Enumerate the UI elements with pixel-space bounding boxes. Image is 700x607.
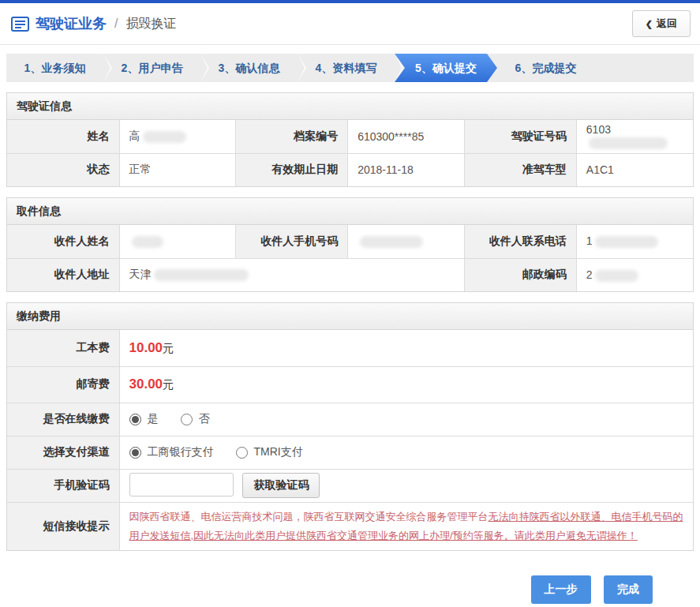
step-4-fill-material[interactable]: 4、资料填写 xyxy=(298,54,395,82)
get-sms-code-button[interactable]: 获取验证码 xyxy=(242,473,320,498)
name-value: 高 xyxy=(119,120,236,153)
fees-title: 缴纳费用 xyxy=(7,303,693,330)
step-3-confirm-info[interactable]: 3、确认信息 xyxy=(200,54,298,82)
breadcrumb-current: 损毁换证 xyxy=(125,16,176,32)
table-row: 选择支付渠道 工商银行支付 TMRI支付 xyxy=(7,436,693,469)
license-business-icon xyxy=(11,17,29,32)
recipient-name-value xyxy=(119,225,236,258)
back-button-label: 返回 xyxy=(657,17,677,31)
table-row: 短信接收提示 因陕西省联通、电信运营商技术问题，陕西省互联网交通安全综合服务管理… xyxy=(7,502,693,550)
online-yes-radio[interactable] xyxy=(129,414,141,425)
channel-icbc-label[interactable]: 工商银行支付 xyxy=(148,445,214,459)
table-row: 收件人姓名 收件人手机号码 收件人联系电话 1 xyxy=(7,225,693,258)
table-row: 工本费 10.00元 xyxy=(7,330,693,366)
recipient-phone-label: 收件人联系电话 xyxy=(464,225,576,258)
footer-actions: 上一步 完成 xyxy=(0,561,700,607)
table-row: 姓名 高 档案编号 610300****85 驾驶证号码 6103 xyxy=(7,120,693,153)
status-value: 正常 xyxy=(119,153,236,186)
page-title: 驾驶证业务 xyxy=(36,14,107,33)
pickup-info-title: 取件信息 xyxy=(7,198,693,225)
vehicle-class-value: A1C1 xyxy=(576,153,693,186)
step-2-user-declaration[interactable]: 2、用户申告 xyxy=(103,54,200,82)
redacted-value xyxy=(589,137,668,149)
finish-button[interactable]: 完成 xyxy=(604,575,653,604)
step-6-finish-submit[interactable]: 6、完成提交 xyxy=(497,54,594,82)
breadcrumb-separator: / xyxy=(114,17,118,31)
page-header: 驾驶证业务 / 损毁换证 ❮ 返回 xyxy=(0,3,700,45)
license-info-section: 驾驶证信息 姓名 高 档案编号 610300****85 驾驶证号码 6103 … xyxy=(6,92,694,187)
redacted-value xyxy=(595,270,638,282)
license-no-value: 6103 xyxy=(576,120,693,153)
step-5-confirm-submit-active[interactable]: 5、确认提交 xyxy=(395,54,497,82)
sms-code-field: 获取验证码 xyxy=(119,469,693,502)
name-label: 姓名 xyxy=(7,120,119,153)
online-payment-options: 是 否 xyxy=(119,403,693,436)
sms-notice-label: 短信接收提示 xyxy=(7,502,119,550)
license-info-table: 姓名 高 档案编号 610300****85 驾驶证号码 6103 状态 正常 … xyxy=(7,120,693,186)
sms-notice-cell: 因陕西省联通、电信运营商技术问题，陕西省互联网交通安全综合服务管理平台无法向持陕… xyxy=(119,502,693,550)
file-no-label: 档案编号 xyxy=(236,120,348,153)
recipient-mobile-label: 收件人手机号码 xyxy=(236,225,348,258)
redacted-value xyxy=(360,236,423,248)
recipient-phone-value: 1 xyxy=(576,225,693,258)
redacted-value xyxy=(595,236,658,248)
channel-tmri-radio[interactable] xyxy=(236,447,248,459)
license-no-label: 驾驶证号码 xyxy=(464,120,576,153)
step-1-business-notice[interactable]: 1、业务须知 xyxy=(6,54,103,82)
back-chevron-icon: ❮ xyxy=(646,20,653,28)
table-row: 收件人地址 天津 邮政编码 2 xyxy=(7,258,693,291)
online-payment-label: 是否在线缴费 xyxy=(7,403,119,436)
recipient-mobile-value xyxy=(348,225,465,258)
fees-section: 缴纳费用 工本费 10.00元 邮寄费 30.00元 是否在线缴费 是 否 xyxy=(6,302,694,551)
recipient-name-label: 收件人姓名 xyxy=(7,225,119,258)
redacted-value xyxy=(132,236,163,248)
expiry-label: 有效期止日期 xyxy=(236,153,348,186)
cost-fee-label: 工本费 xyxy=(7,330,119,366)
channel-icbc-radio[interactable] xyxy=(129,447,141,459)
step-progress-bar: 1、业务须知 2、用户申告 3、确认信息 4、资料填写 5、确认提交 6、完成提… xyxy=(6,54,694,82)
postage-fee-value: 30.00元 xyxy=(119,366,693,403)
recipient-address-label: 收件人地址 xyxy=(7,258,119,291)
header-title-group: 驾驶证业务 / 损毁换证 xyxy=(11,14,176,33)
online-no-label[interactable]: 否 xyxy=(199,412,210,426)
online-no-radio[interactable] xyxy=(181,414,193,425)
postcode-value: 2 xyxy=(576,258,693,291)
table-row: 状态 正常 有效期止日期 2018-11-18 准驾车型 A1C1 xyxy=(7,153,693,186)
sms-code-input[interactable] xyxy=(129,473,234,496)
payment-channel-options: 工商银行支付 TMRI支付 xyxy=(119,436,693,469)
table-row: 手机验证码 获取验证码 xyxy=(7,469,693,502)
pickup-info-table: 收件人姓名 收件人手机号码 收件人联系电话 1 收件人地址 天津 邮政编码 2 xyxy=(7,225,693,291)
cost-fee-value: 10.00元 xyxy=(119,330,693,366)
expiry-value: 2018-11-18 xyxy=(348,153,465,186)
recipient-address-value: 天津 xyxy=(119,258,464,291)
sms-code-label: 手机验证码 xyxy=(7,469,119,502)
table-row: 是否在线缴费 是 否 xyxy=(7,403,693,436)
vehicle-class-label: 准驾车型 xyxy=(464,153,576,186)
channel-tmri-label[interactable]: TMRI支付 xyxy=(254,445,303,459)
status-label: 状态 xyxy=(7,153,119,186)
license-info-title: 驾驶证信息 xyxy=(7,93,693,120)
previous-step-button[interactable]: 上一步 xyxy=(531,575,591,604)
sms-notice-text: 因陕西省联通、电信运营商技术问题，陕西省互联网交通安全综合服务管理平台无法向持陕… xyxy=(129,506,684,547)
pickup-info-section: 取件信息 收件人姓名 收件人手机号码 收件人联系电话 1 收件人地址 天津 邮政… xyxy=(6,197,694,292)
redacted-value xyxy=(143,131,186,143)
table-row: 邮寄费 30.00元 xyxy=(7,366,693,403)
postcode-label: 邮政编码 xyxy=(464,258,576,291)
online-yes-label[interactable]: 是 xyxy=(148,412,159,426)
back-button[interactable]: ❮ 返回 xyxy=(632,10,691,37)
file-no-value: 610300****85 xyxy=(348,120,465,153)
postage-fee-label: 邮寄费 xyxy=(7,366,119,403)
payment-channel-label: 选择支付渠道 xyxy=(7,436,119,469)
redacted-value xyxy=(154,269,249,281)
fees-table: 工本费 10.00元 邮寄费 30.00元 是否在线缴费 是 否 选 xyxy=(7,330,693,550)
